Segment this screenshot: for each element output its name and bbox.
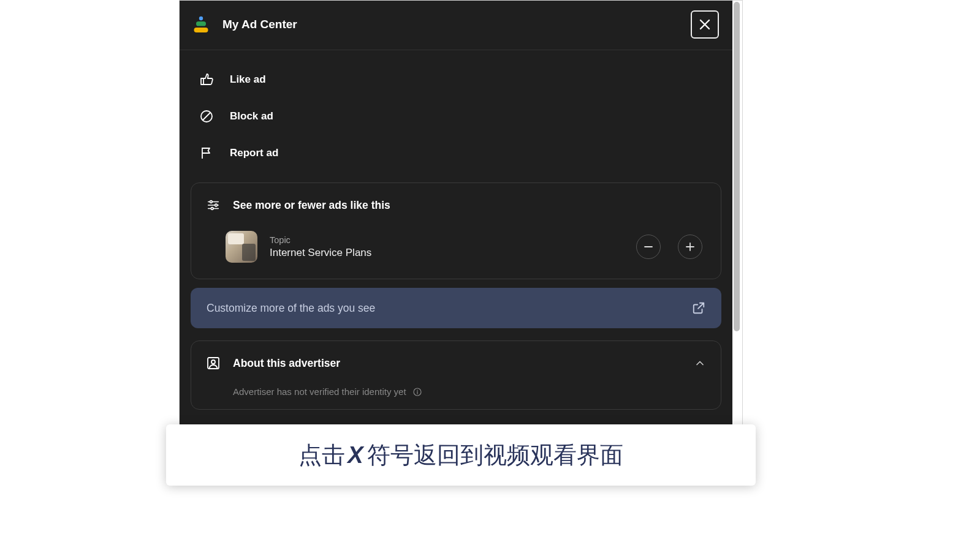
google-ads-logo-icon <box>193 16 209 33</box>
scrollbar-thumb[interactable] <box>734 2 740 331</box>
caption-x-symbol: X <box>348 442 363 468</box>
minus-icon <box>644 242 653 252</box>
topic-text: Topic Internet Service Plans <box>270 235 624 259</box>
fewer-button[interactable] <box>636 235 661 259</box>
svg-point-6 <box>211 208 213 210</box>
scrollbar-track[interactable] <box>732 2 742 426</box>
svg-point-4 <box>210 201 213 203</box>
customize-ads-link[interactable]: Customize more of the ads you see <box>191 288 721 328</box>
block-ad-item[interactable]: Block ad <box>184 98 727 135</box>
chevron-up-icon <box>694 357 706 369</box>
about-header[interactable]: About this advertiser <box>206 356 706 370</box>
advertiser-status-row: Advertiser has not verified their identi… <box>206 386 706 397</box>
flag-icon <box>199 146 214 160</box>
header-left: My Ad Center <box>193 16 297 33</box>
customize-ads-label: Customize more of the ads you see <box>207 302 375 315</box>
block-icon <box>199 109 214 124</box>
report-ad-label: Report ad <box>230 147 278 159</box>
more-button[interactable] <box>678 235 702 259</box>
topic-thumbnail <box>226 231 257 263</box>
report-ad-item[interactable]: Report ad <box>184 135 727 171</box>
frequency-buttons <box>636 235 702 259</box>
close-icon <box>699 18 711 31</box>
block-ad-label: Block ad <box>230 110 273 122</box>
about-advertiser-title: About this advertiser <box>233 357 340 370</box>
svg-point-8 <box>211 360 215 364</box>
person-box-icon <box>206 356 221 370</box>
info-icon <box>412 387 422 397</box>
tune-icon <box>206 198 221 212</box>
about-advertiser-card: About this advertiser Advertiser has not… <box>191 340 721 410</box>
card-header: See more or fewer ads like this <box>206 198 706 212</box>
svg-point-0 <box>199 17 203 20</box>
svg-point-10 <box>417 389 418 391</box>
caption-prefix: 点击 <box>298 440 345 471</box>
topic-row: Topic Internet Service Plans <box>206 231 706 263</box>
see-more-fewer-card: See more or fewer ads like this Topic In… <box>191 182 721 279</box>
thumbs-up-icon <box>199 72 214 87</box>
svg-point-5 <box>215 204 218 206</box>
like-ad-label: Like ad <box>230 73 266 86</box>
svg-rect-1 <box>196 21 206 26</box>
instruction-caption: 点击 X 符号返回到视频观看界面 <box>166 424 756 486</box>
caption-suffix: 符号返回到视频观看界面 <box>367 440 623 471</box>
ad-center-panel: My Ad Center Like ad Block ad <box>180 1 732 427</box>
page-title: My Ad Center <box>222 18 297 31</box>
open-external-icon <box>692 301 705 315</box>
action-list: Like ad Block ad Report ad <box>180 50 732 176</box>
close-button[interactable] <box>691 10 719 39</box>
advertiser-status-text: Advertiser has not verified their identi… <box>233 386 406 397</box>
see-more-fewer-title: See more or fewer ads like this <box>233 199 390 212</box>
header: My Ad Center <box>180 1 732 50</box>
like-ad-item[interactable]: Like ad <box>184 61 727 98</box>
topic-name: Internet Service Plans <box>270 247 624 259</box>
ad-center-window: My Ad Center Like ad Block ad <box>179 0 743 427</box>
plus-icon <box>685 242 695 252</box>
topic-small-label: Topic <box>270 235 624 245</box>
svg-rect-2 <box>194 28 208 32</box>
